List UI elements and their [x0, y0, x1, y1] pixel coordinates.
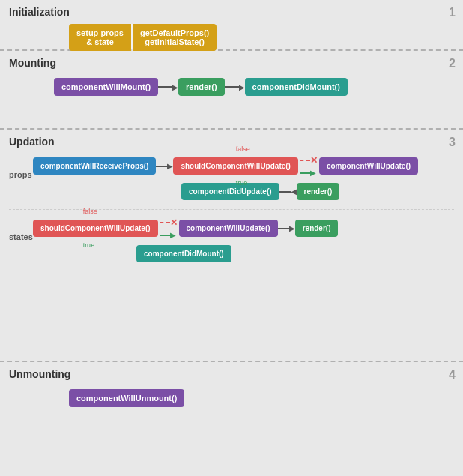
mounting-section: Mounting 2 componentWillMount() ▶ render…	[0, 51, 463, 130]
component-did-mount-box: componentDidMount()	[245, 78, 348, 96]
updation-section: Updation 3 props componentWillReceivePro…	[0, 130, 463, 362]
component-will-mount-box: componentWillMount()	[54, 78, 158, 96]
unmounting-section: Unmounting 4 componentWillUnmount()	[0, 362, 463, 437]
unmounting-label: Unmounting	[9, 368, 454, 380]
initialization-number: 1	[449, 6, 456, 19]
component-did-mount-states-box: componentDidMount()	[136, 245, 232, 262]
initialization-label: Initialization	[9, 6, 454, 18]
init-box-right: getDefaultProps()getInitialState()	[133, 24, 217, 51]
component-will-unmount-box: componentWillUnmount()	[69, 389, 184, 407]
mounting-number: 2	[449, 57, 456, 70]
unmounting-number: 4	[449, 368, 456, 382]
render-box-mount: render()	[178, 78, 225, 96]
component-will-receive-props-box: componentWillReceiveProps()	[33, 157, 156, 175]
true-label-states: true	[83, 241, 95, 249]
false-label-states: false	[83, 208, 97, 215]
component-did-update-box: componentDidUpdate()	[181, 183, 279, 200]
component-will-update-states-box: componentWillUpdate()	[179, 220, 278, 237]
init-box: setup props& state getDefaultProps()getI…	[69, 24, 217, 51]
mounting-label: Mounting	[9, 57, 454, 69]
component-will-update-props-box: componentWillUpdate()	[319, 157, 418, 175]
props-label: props	[9, 170, 32, 179]
false-label-props: false	[236, 145, 250, 153]
should-component-will-update-states-box: shouldComponentWillUpdate()	[33, 220, 158, 237]
true-label-props: true	[236, 179, 248, 187]
updation-label: Updation	[9, 136, 454, 148]
render-box-states: render()	[295, 220, 339, 237]
init-box-left: setup props& state	[69, 24, 131, 51]
should-component-will-update-props-box: shouldComponentWillUpdate()	[173, 157, 298, 175]
updation-number: 3	[449, 136, 456, 149]
render-box-update-props: render()	[297, 183, 340, 200]
states-label: states	[9, 232, 33, 241]
initialization-section: Initialization 1 setup props& state getD…	[0, 0, 463, 51]
